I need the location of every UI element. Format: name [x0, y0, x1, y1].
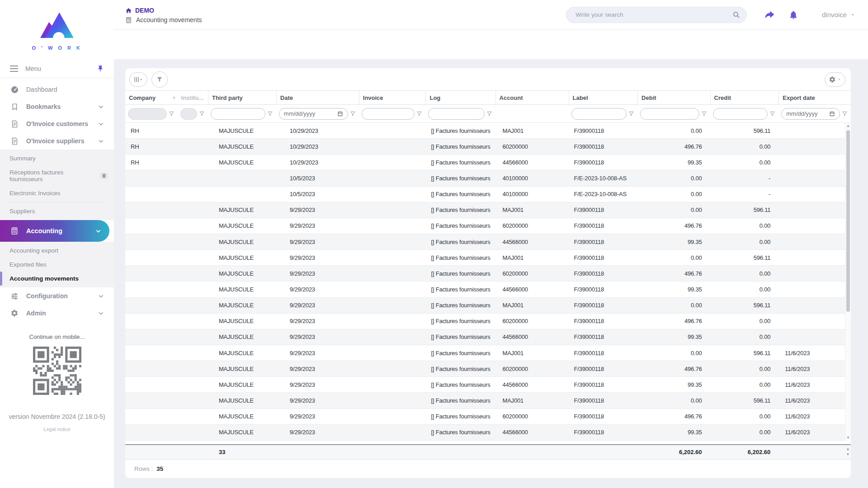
sidebar-item-dashboard[interactable]: Dashboard	[0, 81, 114, 98]
column-header-account[interactable]: Account	[495, 91, 569, 104]
username-label: dinvoice	[822, 11, 847, 19]
calendar-icon[interactable]	[829, 111, 835, 117]
filter-input-export_date[interactable]: mm/dd/yyyy	[781, 108, 840, 120]
filter-funnel-icon[interactable]	[267, 111, 274, 117]
bookmark-icon	[10, 102, 19, 111]
table-row[interactable]: MAJUSCULE9/29/2023[] Factures fournisseu…	[125, 250, 851, 266]
summary-scroll-down-icon[interactable]: ▼	[845, 452, 851, 456]
filter-text-input-log[interactable]	[433, 110, 479, 117]
sidebar-item-accounting-movements[interactable]: Accounting movements	[0, 272, 114, 286]
table-row[interactable]: MAJUSCULE9/29/2023[] Factures fournisseu…	[125, 409, 851, 425]
table-row[interactable]: MAJUSCULE9/29/2023[] Factures fournisseu…	[125, 266, 851, 282]
breadcrumb-root[interactable]: DEMO	[125, 7, 202, 14]
scrollbar-thumb[interactable]	[846, 130, 850, 312]
search-input[interactable]	[576, 11, 732, 18]
count-badge: 0	[100, 173, 108, 179]
cell-invoice	[359, 266, 426, 281]
hamburger-icon[interactable]	[10, 66, 18, 72]
table-row[interactable]: MAJUSCULE9/29/2023[] Factures fournisseu…	[125, 329, 851, 345]
notifications-button[interactable]	[788, 10, 798, 20]
column-header-date[interactable]: Date	[276, 91, 359, 104]
column-header-credit[interactable]: Credit	[710, 91, 779, 104]
sidebar-item-oinvoice-customers[interactable]: O'Invoice customers	[0, 115, 114, 132]
cell-export_date: 11/6/2023	[778, 425, 851, 440]
share-button[interactable]	[764, 9, 775, 20]
filter-cell-credit	[710, 105, 779, 122]
scroll-down-icon[interactable]: ▼	[845, 436, 851, 440]
table-row[interactable]: 10/5/2023[] Factures fournisseurs4010000…	[125, 170, 851, 186]
vertical-scrollbar[interactable]: ▲ ▼	[845, 123, 851, 441]
table-row[interactable]: MAJUSCULE9/29/2023[] Factures fournisseu…	[125, 282, 851, 297]
table-row[interactable]: MAJUSCULE9/29/2023[] Factures fournisseu…	[125, 218, 851, 234]
filter-input-date[interactable]: mm/dd/yyyy	[279, 108, 348, 120]
cell-log: [] Factures fournisseurs	[425, 155, 495, 170]
table-row[interactable]: MAJUSCULE9/29/2023[] Factures fournisseu…	[125, 425, 851, 441]
filter-text-input-invoice[interactable]	[367, 110, 410, 117]
expand-column-icon[interactable]	[172, 95, 177, 100]
table-row[interactable]: RHMAJUSCULE10/29/2023[] Factures fournis…	[125, 139, 851, 155]
column-header-institution[interactable]: Institu...	[178, 91, 208, 104]
table-row[interactable]: MAJUSCULE9/29/2023[] Factures fournisseu…	[125, 234, 851, 250]
column-header-log[interactable]: Log	[425, 91, 495, 104]
scroll-up-icon[interactable]: ▲	[845, 124, 851, 128]
table-row[interactable]: MAJUSCULE9/29/2023[] Factures fournisseu…	[125, 377, 851, 393]
cell-label: F/39000118	[569, 298, 637, 313]
cell-export_date	[778, 202, 851, 218]
table-row[interactable]: MAJUSCULE9/29/2023[] Factures fournisseu…	[125, 361, 851, 377]
filter-text-input-credit[interactable]	[718, 110, 763, 117]
column-header-company[interactable]: Company	[125, 91, 178, 104]
sidebar-item-accounting[interactable]: Accounting	[0, 220, 109, 242]
cell-export_date	[778, 155, 851, 170]
filter-funnel-icon[interactable]	[416, 111, 423, 117]
column-header-label[interactable]: Label	[569, 91, 637, 104]
column-header-invoice[interactable]: Invoice	[359, 91, 426, 104]
filter-funnel-icon[interactable]	[350, 111, 356, 117]
table-row[interactable]: MAJUSCULE9/29/2023[] Factures fournisseu…	[125, 393, 851, 408]
sidebar-item-summary[interactable]: Summary	[0, 151, 114, 165]
table-row[interactable]: 10/5/2023[] Factures fournisseurs4010000…	[125, 187, 851, 202]
filter-funnel-icon[interactable]	[842, 111, 848, 117]
filter-funnel-icon[interactable]	[769, 111, 776, 117]
cell-credit: 0.00	[710, 218, 779, 234]
sidebar-item-admin[interactable]: Admin	[0, 305, 114, 322]
filter-funnel-icon[interactable]	[628, 111, 635, 117]
table-row[interactable]: MAJUSCULE9/29/2023[] Factures fournisseu…	[125, 298, 851, 314]
pin-sidebar-icon[interactable]	[97, 65, 104, 72]
table-row[interactable]: RHMAJUSCULE10/29/2023[] Factures fournis…	[125, 155, 851, 170]
user-menu[interactable]: dinvoice	[822, 11, 855, 19]
sidebar-item-bookmarks[interactable]: Bookmarks	[0, 98, 114, 115]
column-header-debit[interactable]: Debit	[637, 91, 710, 104]
table-settings-button[interactable]	[825, 72, 845, 87]
filter-text-input-label[interactable]	[576, 110, 622, 117]
sidebar-item-configuration[interactable]: Configuration	[0, 287, 114, 305]
column-header-export_date[interactable]: Export date	[778, 91, 851, 104]
sidebar-item-electronic-invoices[interactable]: Electronic Invoices	[0, 186, 114, 200]
sidebar-item-exported-files[interactable]: Exported files	[0, 258, 114, 272]
filter-funnel-icon[interactable]	[199, 111, 205, 117]
cell-credit: -	[710, 187, 779, 202]
sidebar-item-oinvoice-suppliers[interactable]: O'Invoice suppliers	[0, 132, 114, 150]
table-row[interactable]: MAJUSCULE9/29/2023[] Factures fournisseu…	[125, 202, 851, 218]
filter-funnel-icon[interactable]	[486, 111, 493, 117]
cell-company	[125, 234, 178, 249]
filter-text-input-third_party[interactable]	[216, 110, 260, 117]
table-row[interactable]: MAJUSCULE9/29/2023[] Factures fournisseu…	[125, 314, 851, 329]
columns-button[interactable]	[129, 72, 147, 87]
filter-button[interactable]	[151, 71, 168, 88]
filter-funnel-icon[interactable]	[169, 111, 175, 117]
sub-item-label: Accounting movements	[9, 275, 79, 282]
legal-notice-link[interactable]: Legal notice	[0, 427, 114, 432]
table-row[interactable]: MAJUSCULE9/29/2023[] Factures fournisseu…	[125, 345, 851, 361]
search-icon[interactable]	[732, 11, 740, 19]
table-row[interactable]: RHMAJUSCULE10/29/2023[] Factures fournis…	[125, 123, 851, 139]
calendar-icon[interactable]	[337, 111, 343, 117]
sidebar-item-suppliers[interactable]: Suppliers	[0, 204, 114, 218]
sidebar: O ' W O R K Menu Dashboard Bookmarks	[0, 0, 114, 488]
column-header-third_party[interactable]: Third party	[208, 91, 276, 104]
sidebar-item-receptions-factures[interactable]: Réceptions factures fournisseurs 0	[0, 165, 114, 186]
summary-scroll-up-icon[interactable]: ▲	[845, 447, 851, 451]
filter-text-input-debit[interactable]	[645, 110, 694, 117]
sidebar-item-accounting-export[interactable]: Accounting export	[0, 244, 114, 258]
filter-funnel-icon[interactable]	[701, 111, 708, 117]
cell-company	[125, 361, 178, 376]
